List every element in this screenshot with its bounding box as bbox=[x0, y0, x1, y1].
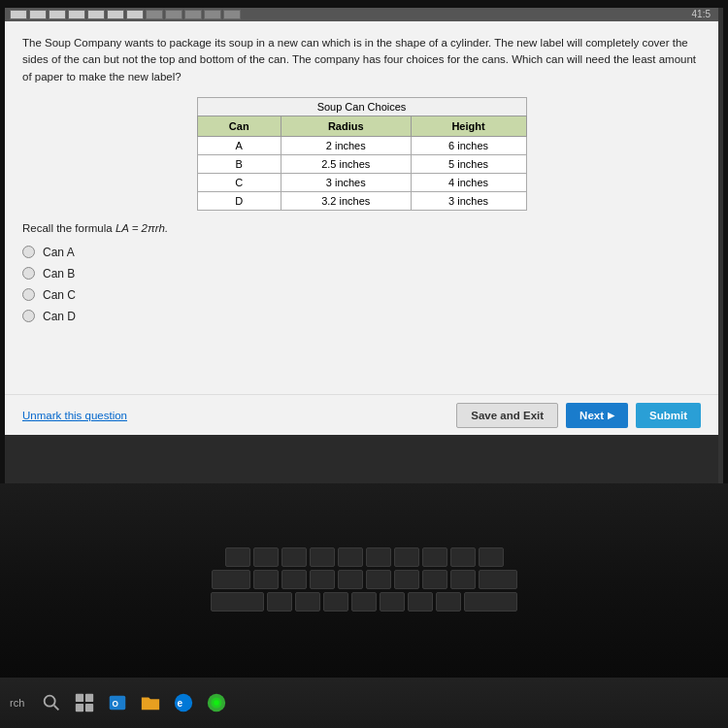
laptop-outer: 41:5 The Soup Company wants to package i… bbox=[0, 0, 728, 728]
option-d-label: Can D bbox=[43, 310, 76, 323]
row-c-radius: 3 inches bbox=[281, 173, 411, 191]
progress-seg-7 bbox=[126, 10, 144, 19]
progress-seg-8 bbox=[146, 10, 163, 19]
key bbox=[295, 592, 320, 612]
key bbox=[338, 547, 363, 567]
radio-a[interactable] bbox=[22, 246, 35, 258]
key bbox=[281, 570, 307, 589]
bottom-action-bar: Unmark this question Save and Exit Next … bbox=[5, 394, 718, 435]
key bbox=[422, 547, 447, 567]
svg-rect-2 bbox=[76, 694, 83, 702]
progress-bar: 41:5 bbox=[5, 8, 718, 21]
table-row: A 2 inches 6 inches bbox=[197, 136, 526, 154]
svg-rect-5 bbox=[85, 704, 93, 711]
row-a-radius: 2 inches bbox=[281, 136, 411, 154]
taskbar-search-text: rch bbox=[10, 697, 24, 709]
keyboard-row-2 bbox=[212, 570, 517, 589]
svg-text:O: O bbox=[113, 700, 119, 709]
key bbox=[323, 592, 348, 612]
key bbox=[394, 547, 419, 567]
table-row: D 3.2 inches 3 inches bbox=[197, 191, 526, 210]
key bbox=[479, 547, 504, 567]
option-can-a[interactable]: Can A bbox=[22, 246, 701, 259]
soup-can-table: Can Radius Height A 2 inches 6 inches bbox=[197, 116, 527, 211]
svg-rect-4 bbox=[76, 704, 83, 711]
col-header-height: Height bbox=[411, 116, 526, 136]
key bbox=[310, 547, 335, 567]
screen: 41:5 The Soup Company wants to package i… bbox=[5, 8, 723, 483]
taskbar-outlook-icon[interactable]: O bbox=[104, 689, 131, 716]
radio-c[interactable] bbox=[22, 288, 35, 301]
option-can-b[interactable]: Can B bbox=[22, 267, 701, 281]
row-b-height: 5 inches bbox=[411, 154, 526, 173]
content-wrapper: The Soup Company wants to package its so… bbox=[5, 21, 718, 435]
taskbar-taskview-icon[interactable] bbox=[71, 689, 98, 716]
row-c-can: C bbox=[197, 173, 281, 191]
key bbox=[281, 547, 307, 567]
progress-seg-9 bbox=[165, 10, 182, 19]
key bbox=[338, 570, 363, 589]
svg-point-12 bbox=[215, 700, 220, 706]
question-text: The Soup Company wants to package its so… bbox=[22, 35, 701, 85]
key bbox=[464, 592, 517, 612]
key bbox=[253, 570, 279, 589]
progress-seg-5 bbox=[87, 10, 105, 19]
svg-point-0 bbox=[45, 696, 55, 707]
next-button[interactable]: Next bbox=[566, 403, 628, 428]
row-b-can: B bbox=[197, 154, 281, 173]
taskbar: rch O bbox=[0, 678, 728, 728]
key bbox=[394, 570, 419, 589]
options-list: Can A Can B Can C Can D bbox=[22, 246, 701, 323]
key bbox=[225, 547, 250, 567]
progress-seg-2 bbox=[29, 10, 47, 19]
row-a-can: A bbox=[197, 136, 281, 154]
timer-display: 41:5 bbox=[692, 8, 711, 21]
table-row: C 3 inches 4 inches bbox=[197, 173, 526, 191]
option-can-d[interactable]: Can D bbox=[22, 310, 701, 323]
taskbar-edge-icon[interactable]: e bbox=[170, 689, 197, 716]
key bbox=[212, 570, 250, 589]
row-d-height: 3 inches bbox=[411, 191, 526, 210]
progress-seg-1 bbox=[10, 10, 27, 19]
key bbox=[422, 570, 447, 589]
radio-d[interactable] bbox=[22, 310, 35, 322]
svg-rect-3 bbox=[85, 694, 93, 702]
taskbar-search-icon[interactable] bbox=[38, 689, 65, 716]
row-d-can: D bbox=[197, 191, 281, 210]
key bbox=[380, 592, 405, 612]
unmark-button[interactable]: Unmark this question bbox=[22, 410, 127, 421]
row-a-height: 6 inches bbox=[411, 136, 526, 154]
taskbar-app-icon[interactable] bbox=[203, 689, 230, 716]
progress-seg-12 bbox=[223, 10, 241, 19]
key bbox=[267, 592, 292, 612]
key bbox=[436, 592, 461, 612]
col-header-can: Can bbox=[197, 116, 281, 136]
screen-right-shadow bbox=[718, 8, 723, 483]
key bbox=[450, 547, 476, 567]
key bbox=[366, 547, 391, 567]
key bbox=[253, 547, 279, 567]
keyboard-row-3 bbox=[211, 592, 517, 612]
key bbox=[211, 592, 264, 612]
table-row: B 2.5 inches 5 inches bbox=[197, 154, 526, 173]
option-c-label: Can C bbox=[43, 288, 76, 302]
table-title: Soup Can Choices bbox=[197, 97, 527, 116]
radio-b[interactable] bbox=[22, 267, 35, 280]
option-can-c[interactable]: Can C bbox=[22, 288, 701, 302]
progress-seg-11 bbox=[204, 10, 221, 19]
col-header-radius: Radius bbox=[281, 116, 411, 136]
key bbox=[479, 570, 517, 589]
key bbox=[366, 570, 391, 589]
keyboard-row-1 bbox=[225, 547, 504, 567]
submit-button[interactable]: Submit bbox=[636, 403, 701, 428]
key bbox=[351, 592, 377, 612]
progress-seg-3 bbox=[49, 10, 66, 19]
key bbox=[310, 570, 335, 589]
taskbar-folder-icon[interactable] bbox=[137, 689, 164, 716]
table-container: Soup Can Choices Can Radius Height A bbox=[22, 97, 701, 211]
option-b-label: Can B bbox=[43, 267, 75, 281]
key bbox=[450, 570, 476, 589]
progress-seg-6 bbox=[107, 10, 124, 19]
action-buttons: Save and Exit Next Submit bbox=[456, 403, 701, 428]
save-exit-button[interactable]: Save and Exit bbox=[456, 403, 558, 428]
